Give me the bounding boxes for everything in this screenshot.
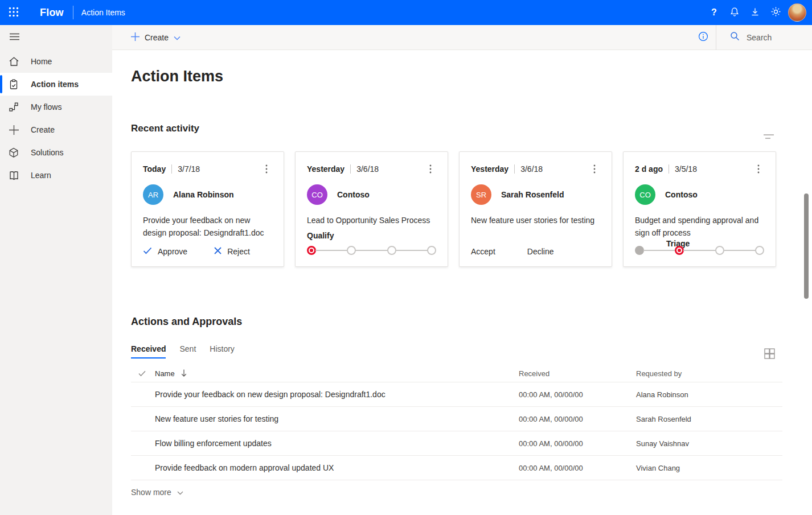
chevron-down-icon (174, 33, 181, 42)
search-icon (730, 31, 740, 43)
left-nav-sidebar: Home Action items My flows Create (0, 25, 112, 515)
table-row[interactable]: Provide feedback on modern approval upda… (131, 456, 782, 480)
table-row[interactable]: Flow billing enforcement updates 00:00 A… (131, 431, 782, 456)
card-more-button[interactable] (425, 163, 436, 175)
activity-card: Yesterday 3/6/18 CO Contoso Lead to Oppo… (295, 151, 448, 267)
row-received: 00:00 AM, 00/00/00 (519, 415, 636, 423)
sidebar-item-action-items[interactable]: Action items (0, 73, 112, 96)
row-name: Flow billing enforcement updates (155, 439, 519, 448)
tracker-stop-todo[interactable] (755, 246, 764, 255)
card-text: Lead to Opportunity Sales Process (307, 214, 436, 226)
card-more-button[interactable] (261, 163, 272, 175)
check-icon (143, 247, 152, 256)
bell-icon (729, 7, 740, 19)
tracker-active-dot (678, 249, 681, 252)
search-input[interactable] (747, 33, 803, 42)
row-received: 00:00 AM, 00/00/00 (519, 439, 636, 448)
persona: CO Contoso (307, 184, 436, 205)
download-icon (750, 7, 760, 19)
app-name: Flow (40, 7, 64, 19)
card-date: 3/5/18 (675, 164, 697, 174)
persona: AR Alana Robinson (143, 184, 272, 205)
row-name: Provide feedback on modern approval upda… (155, 463, 519, 472)
tracker-connector (355, 250, 387, 251)
tab-history[interactable]: History (210, 344, 235, 359)
tracker-stop-todo[interactable] (387, 246, 396, 255)
tracker-stop-active[interactable] (675, 246, 684, 255)
tracker-stop-done[interactable] (635, 246, 644, 255)
sidebar-toggle-button[interactable] (7, 31, 21, 44)
sidebar-item-home[interactable]: Home (0, 50, 112, 73)
table-row[interactable]: Provide your feedback on new design prop… (131, 382, 782, 407)
card-when: Yesterday (307, 164, 345, 174)
column-header-requested-by: Requested by (636, 369, 782, 378)
divider (171, 164, 172, 174)
help-button[interactable]: ? (704, 0, 724, 25)
tracker-stop-active[interactable] (307, 246, 316, 255)
card-more-button[interactable] (589, 163, 600, 175)
avatar: CO (307, 184, 327, 205)
card-more-button[interactable] (753, 163, 764, 175)
row-requested-by: Alana Robinson (636, 390, 782, 399)
tracker-stop-todo[interactable] (715, 246, 724, 255)
stage-tracker[interactable]: Qualify (307, 231, 436, 256)
row-received: 00:00 AM, 00/00/00 (519, 390, 636, 399)
approvals-tabs: Received Sent History (131, 344, 812, 359)
app-launcher-button[interactable] (0, 0, 27, 25)
sidebar-item-learn[interactable]: Learn (0, 164, 112, 187)
decline-button[interactable]: Decline (527, 247, 554, 256)
tracker-connector (724, 250, 756, 251)
card-when: Yesterday (471, 164, 508, 174)
search-box[interactable] (716, 25, 812, 50)
tracker-connector (643, 250, 675, 251)
tracker-stop-todo[interactable] (427, 246, 436, 255)
row-received: 00:00 AM, 00/00/00 (519, 464, 636, 472)
table-row[interactable]: New feature user stories for testing 00:… (131, 407, 782, 431)
card-date: 3/6/18 (520, 164, 543, 174)
grid-view-button[interactable] (762, 347, 776, 360)
row-requested-by: Sunay Vaishnav (636, 439, 782, 448)
gear-icon (770, 6, 781, 19)
info-button[interactable] (691, 25, 716, 50)
show-more-button[interactable]: Show more (131, 488, 183, 497)
card-date: 3/7/18 (178, 164, 200, 174)
card-sort-icon[interactable] (762, 131, 776, 142)
stage-tracker[interactable]: Triage (635, 239, 764, 256)
notifications-button[interactable] (724, 0, 745, 25)
plus-icon (131, 32, 140, 43)
top-app-bar: Flow Action Items ? (0, 0, 812, 25)
x-icon (214, 247, 222, 256)
sidebar-item-solutions[interactable]: Solutions (0, 141, 112, 164)
sidebar-item-create[interactable]: Create (0, 118, 112, 141)
reject-label: Reject (227, 247, 250, 256)
activity-card: Yesterday 3/6/18 SR Sarah Rosenfeld New … (459, 151, 612, 267)
download-button[interactable] (745, 0, 765, 25)
tab-received[interactable]: Received (131, 344, 166, 359)
tab-sent[interactable]: Sent (179, 344, 196, 359)
sort-descending-icon (181, 369, 187, 378)
create-button[interactable]: Create (131, 32, 181, 43)
account-avatar-button[interactable] (786, 3, 812, 22)
accept-button[interactable]: Accept (471, 247, 495, 256)
sidebar-item-my-flows[interactable]: My flows (0, 96, 112, 118)
persona-name: Alana Robinson (173, 190, 234, 199)
card-date: 3/6/18 (356, 164, 379, 174)
activity-card: Today 3/7/18 AR Alana Robinson Provide y… (131, 151, 284, 267)
reject-button[interactable]: Reject (214, 247, 250, 256)
sort-by-name-button[interactable]: Name (155, 369, 187, 378)
approve-button[interactable]: Approve (143, 247, 187, 256)
flow-steps-icon (8, 101, 19, 113)
scrollbar-thumb[interactable] (804, 193, 809, 299)
recent-activity-heading: Recent activity (131, 123, 812, 134)
breadcrumb-divider (73, 6, 73, 19)
tracker-stop-todo[interactable] (347, 246, 356, 255)
clipboard-check-icon (8, 79, 19, 90)
select-all-button[interactable] (138, 370, 146, 377)
book-icon (8, 170, 19, 181)
card-text: Budget and spending approval and sign of… (635, 214, 764, 239)
card-when: Today (143, 164, 166, 174)
settings-button[interactable] (765, 0, 786, 25)
card-when: 2 d ago (635, 164, 663, 174)
cube-icon (8, 147, 19, 158)
sidebar-item-label: Action items (31, 80, 79, 89)
